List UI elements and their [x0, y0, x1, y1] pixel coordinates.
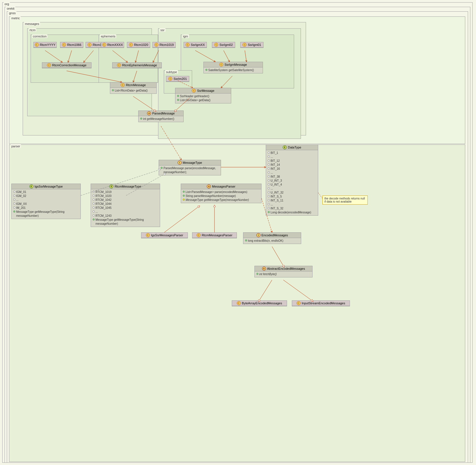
rtcmt-dot	[93, 203, 95, 205]
icon-class-i: I	[178, 161, 182, 165]
dt-dot	[268, 211, 270, 213]
classname-EncodedMessages: EncodedMessages	[262, 233, 288, 237]
class-IgsSsrMessagesParser: C IgsSsrMessagesParser	[141, 232, 188, 238]
rtcmt-1045: RTCM_1045	[95, 206, 112, 210]
method-parse-messagetype: ParsedMessage parse(encodedMessage, mess…	[163, 166, 219, 174]
package-orekit-label: orekit	[6, 7, 15, 10]
icon-class-c: C	[35, 43, 39, 47]
rtcmt-dot	[93, 207, 95, 209]
package-gnss-label: gnss	[8, 11, 16, 15]
classname-RtcmYYYY: RtcmYYYY	[40, 43, 56, 46]
dt-dot	[268, 187, 270, 189]
dt-dot	[268, 207, 270, 209]
icon-class-c: C	[88, 43, 92, 47]
rtcmt-dot	[93, 215, 95, 216]
package-subtype-label: subtype	[165, 70, 178, 74]
dt-dot	[268, 183, 270, 185]
igs-dot	[13, 195, 15, 197]
classname-Rtcm1019: Rtcm1019	[160, 43, 174, 46]
class-ByteArrayEncodedMessages: C ByteArrayEncodedMessages	[232, 300, 287, 306]
rtcmt-dot	[93, 218, 95, 220]
classname-SsrIgmMessage: SsrIgmMessage	[224, 63, 247, 66]
dt-UINT3: U_INT_3	[271, 179, 282, 183]
igs-IGM02: IGM_02	[16, 194, 26, 198]
class-RtcmCorrectionMessage: C RtcmCorrectionMessage	[42, 62, 92, 68]
aem-fetchByte: int fetchByte()	[259, 272, 277, 276]
class-Rtcm1019: C Rtcm1019	[152, 42, 176, 48]
icon-class-i: I	[256, 233, 260, 237]
dt-dot	[268, 195, 270, 197]
classname-RtcmMessageType: RtcmMessageType	[114, 185, 141, 188]
package-correction-label: correction	[32, 35, 47, 38]
classname-SsrIgm02: SsrIgm02	[219, 43, 233, 46]
igs-dot	[13, 207, 15, 209]
class-SsrIgm02: C SsrIgm02	[212, 42, 235, 48]
icon-class-a: A	[207, 184, 211, 188]
package-messages-label: messages	[24, 22, 40, 26]
mp-parseMessageNumber: String parseMessageNumber(message)	[186, 194, 236, 198]
dt-dot	[268, 179, 270, 181]
class-RtcmMessagesParser: C RtcmMessagesParser	[192, 232, 237, 238]
icon-class-c: C	[297, 301, 301, 305]
rtcmt-dot	[93, 199, 95, 201]
mp-dot	[183, 199, 185, 201]
dt-BIT1: BIT_1	[271, 151, 278, 155]
rtcmt-1019: RTCM_1019	[95, 190, 112, 194]
dt-ellipsis4: ...	[271, 203, 273, 207]
dt-INT16: INT_16	[271, 167, 280, 171]
dt-ellipsis1: ...	[271, 155, 273, 159]
package-igm-label: igm	[182, 35, 189, 38]
note-decode-null: the decode methods returns null if data …	[322, 196, 368, 205]
classname-RtcmEphemerisMessage: RtcmEphemerisMessage	[122, 63, 157, 67]
igs-IGMXX: IGM_XX	[16, 202, 27, 206]
class-RtcmYYYY: C RtcmYYYY	[33, 42, 57, 48]
package-ephemeris-label: ephemeris	[100, 35, 116, 38]
dt-dot	[268, 167, 270, 169]
package-rtcm-label: rtcm	[29, 28, 36, 32]
classname-ByteArrayEncodedMessages: ByteArrayEncodedMessages	[242, 301, 282, 305]
method-dot	[177, 99, 179, 101]
method-getHeader-ssr: SsrHeader getHeader()	[180, 94, 209, 98]
dt-INTS32: INT_S_32	[271, 207, 283, 211]
aem-dot	[256, 273, 258, 275]
classname-SsrMessage: SsrMessage	[197, 89, 214, 92]
mp-getMessageType: MessageType getMessageType(messageNumber…	[186, 198, 249, 202]
dt-INT38: INT_38	[271, 175, 280, 179]
rtcmt-1044: RTCM_1044	[95, 202, 112, 206]
igs-dot	[13, 191, 15, 193]
classname-SsrIgmXX: SsrIgmXX	[191, 43, 205, 46]
class-SsrIgmXX: C SsrIgmXX	[184, 42, 207, 48]
class-EncodedMessages: I EncodedMessages long extractBits(n, en…	[243, 232, 301, 244]
icon-class-e: E	[29, 184, 33, 188]
igs-IGM01: IGM_01	[16, 190, 26, 194]
classname-MessageType: MessageType	[183, 161, 202, 164]
dt-UINT32: U_INT_32	[271, 191, 284, 195]
mp-dot	[183, 191, 185, 193]
icon-class-e: E	[283, 145, 287, 149]
class-SsrIgm01: C SsrIgm01	[240, 42, 264, 48]
class-RtcmMessage: C RtcmMessage List<RtcmData> getData()	[110, 82, 157, 94]
classname-RtcmXXXX: RtcmXXXX	[107, 43, 123, 46]
method-dot	[140, 118, 142, 120]
em-dot	[245, 239, 247, 241]
icon-class-c: C	[192, 89, 196, 93]
class-SsrIgmMessage: C SsrIgmMessage SatelliteSystem getSatel…	[203, 62, 263, 73]
method-dot	[205, 69, 207, 71]
dt-dot	[268, 199, 270, 201]
classname-SsrIm201: SsrIm201	[173, 77, 187, 80]
dt-INT14: INT_14	[271, 163, 280, 167]
dt-ellipsis2: ...	[271, 171, 273, 175]
icon-class-c: C	[146, 233, 150, 237]
method-dot	[161, 167, 163, 169]
igs-IM201: IM_201	[16, 206, 26, 210]
classname-ParsedMessage: ParsedMessage	[152, 112, 175, 115]
dt-UINT4: U_INT_4	[271, 183, 282, 187]
igs-dot	[13, 199, 15, 201]
icon-class-c: C	[214, 43, 218, 47]
class-AbstractEncodedMessages: A AbstractEncodedMessages int fetchByte(…	[254, 266, 313, 277]
classname-IgsSsrMessageType: IgsSsrMessageType	[35, 185, 63, 188]
icon-class-c: C	[62, 43, 66, 47]
igs-dot	[13, 203, 15, 205]
icon-class-c: C	[47, 63, 51, 67]
dt-ellipsis3: ...	[271, 187, 273, 191]
